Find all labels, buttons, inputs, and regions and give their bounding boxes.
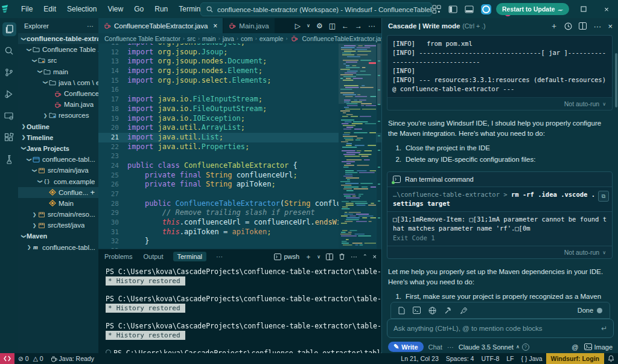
activity-search[interactable]	[0, 40, 18, 62]
terminal-content[interactable]: PS C:\Users\kova\CascadeProjects\conflue…	[98, 264, 381, 358]
mode-more-icon[interactable]: ···	[447, 343, 454, 351]
sidebar-more-icon[interactable]: ···	[87, 22, 94, 30]
run-button[interactable]: ▷	[295, 22, 301, 30]
menu-go[interactable]: Go	[129, 5, 149, 13]
close-cascade-icon[interactable]: ×	[608, 22, 613, 31]
not-auto-run-2[interactable]: Not auto-run∨	[387, 246, 612, 258]
cascade-input[interactable]: Ask anything (Ctrl+L), @ to mention code…	[387, 319, 614, 338]
image-button[interactable]: Image	[584, 343, 613, 351]
indentation[interactable]: Spaces: 4	[442, 355, 478, 362]
tree-item-java-projects[interactable]: ❯Java Projects	[18, 143, 98, 154]
tools-icon[interactable]	[444, 307, 452, 315]
breadcrumb-item[interactable]: main	[202, 35, 216, 42]
panel-more-icon[interactable]: ···	[351, 253, 357, 260]
editor-more-icon[interactable]: ···	[368, 22, 375, 30]
editor-scrollbar[interactable]	[377, 43, 381, 249]
cursor-position[interactable]: Ln 21, Col 23	[397, 355, 442, 362]
breadcrumb-item[interactable]: java	[223, 35, 234, 42]
tab-problems[interactable]: Problems	[103, 252, 133, 261]
submit-enter-icon[interactable]: ↵	[601, 324, 607, 333]
activity-remote-explorer[interactable]	[0, 105, 18, 127]
mention-icon[interactable]: @	[572, 343, 578, 351]
done-toggle[interactable]	[597, 308, 602, 313]
editor-tab-main-java[interactable]: Main.java	[223, 18, 275, 33]
open-in-editor-icon[interactable]	[579, 22, 587, 30]
tree-item-src[interactable]: ❯src	[18, 55, 98, 66]
breadcrumb-item[interactable]: com	[241, 35, 253, 42]
menu-edit[interactable]: Edit	[38, 5, 62, 13]
notifications-bell-icon[interactable]	[604, 355, 618, 362]
new-chat-icon[interactable]: ＋	[550, 21, 558, 31]
activity-testing[interactable]	[0, 148, 18, 170]
tree-item-confluence-table[interactable]: ❯Confluence Table ...	[18, 44, 98, 55]
minimize-button[interactable]: –	[549, 0, 572, 18]
new-class-icon[interactable]: +	[90, 188, 95, 197]
split-terminal-icon[interactable]	[326, 254, 333, 260]
tree-item-confluence-table-extract[interactable]: ❯confluence-table-extract...	[18, 33, 98, 44]
globe-icon[interactable]	[428, 307, 436, 315]
activity-run-debug[interactable]	[0, 83, 18, 105]
cascade-more-icon[interactable]: ···	[593, 22, 601, 31]
new-terminal-icon[interactable]: ＋	[305, 252, 311, 261]
not-auto-run-1[interactable]: Not auto-run∨	[387, 97, 613, 110]
tree-item-src-main-reso[interactable]: ❯src/main/reso...	[18, 209, 98, 220]
history-icon[interactable]	[564, 22, 572, 30]
write-mode-button[interactable]: ✎Write	[388, 342, 424, 352]
code-editor[interactable]: 11import org.json.JSONObject;12import or…	[98, 43, 381, 249]
language-mode[interactable]: { }Java	[517, 355, 546, 362]
tree-item-confluencet[interactable]: ConfluenceT...	[18, 88, 98, 99]
tree-item-maven[interactable]: ❯Maven	[18, 231, 98, 241]
tab-terminal[interactable]: Terminal	[173, 252, 207, 261]
maximize-button[interactable]	[572, 0, 595, 18]
eol-sequence[interactable]: LF	[503, 355, 517, 362]
menu-selection[interactable]: Selection	[62, 5, 102, 13]
close-button[interactable]: ×	[595, 0, 618, 18]
close-tab-icon[interactable]: ×	[213, 22, 217, 30]
toggle-sidebar-icon[interactable]	[448, 5, 457, 13]
tree-item-java-com-ex[interactable]: ❯java \ com \ ex...	[18, 77, 98, 88]
command-center-search[interactable]: confluence-table-extractor (Workspace) -…	[200, 2, 432, 16]
tree-item-main[interactable]: Main	[18, 198, 98, 209]
terminal-icon[interactable]	[413, 307, 421, 314]
tree-item-com-example[interactable]: ❯{}com.example	[18, 176, 98, 187]
breadcrumb[interactable]: Confluence Table Extractor›src›main›java…	[98, 33, 387, 43]
new-file-icon[interactable]	[398, 307, 405, 315]
tree-item-resources[interactable]: ❯resources	[18, 110, 98, 121]
rocket-icon[interactable]	[460, 307, 468, 315]
remote-indicator[interactable]	[0, 353, 14, 364]
minimap[interactable]	[339, 43, 376, 249]
tree-item-outline[interactable]: ❯Outline	[18, 121, 98, 132]
tree-item-main-java[interactable]: Main.java	[18, 99, 98, 110]
menu-file[interactable]: File	[16, 5, 38, 13]
tree-item-main[interactable]: ❯main	[18, 66, 98, 77]
problems-status[interactable]: ⊘0 △0	[14, 355, 47, 362]
tree-item-src-test-java[interactable]: ❯src/test/java	[18, 220, 98, 231]
menu-view[interactable]: View	[102, 5, 129, 13]
tree-item-src-main-java[interactable]: ❯src/main/java	[18, 165, 98, 176]
editor-tab-confluencetableextractor-java[interactable]: ConfluenceTableExtractor.java×	[98, 18, 223, 33]
tree-item-timeline[interactable]: ❯Timeline	[18, 132, 98, 143]
run-dropdown-icon[interactable]: ∨	[307, 23, 310, 28]
menu-run[interactable]: Run	[149, 5, 173, 13]
breadcrumb-item[interactable]: Confluence Table Extractor	[104, 35, 180, 42]
customize-layout-icon[interactable]	[432, 5, 441, 14]
windsurf-login-button[interactable]: Windsurf: Login	[546, 353, 604, 364]
split-editor-icon[interactable]: ◫	[329, 22, 336, 30]
breadcrumb-item[interactable]: example	[260, 35, 284, 42]
panel-tabs-more-icon[interactable]: ···	[215, 252, 224, 261]
breadcrumb-item[interactable]: src	[187, 35, 196, 42]
activity-explorer[interactable]	[0, 18, 18, 40]
kill-terminal-icon[interactable]	[339, 253, 345, 260]
forward-icon[interactable]: →	[355, 22, 362, 30]
back-icon[interactable]: ←	[342, 22, 349, 30]
terminal-dropdown-icon[interactable]: ∨	[317, 254, 320, 260]
shell-selector[interactable]: pwsh	[274, 253, 299, 260]
cascade-scrollbar[interactable]	[615, 36, 617, 320]
tree-item-confluence-tabl[interactable]: ❯mconfluence-tabl...	[18, 242, 98, 253]
breadcrumb-item[interactable]: ConfluenceTableExtractor.java	[302, 35, 387, 42]
activity-source-control[interactable]	[0, 62, 18, 83]
settings-gear-icon[interactable]: ⚙	[316, 22, 323, 30]
copy-command-icon[interactable]: ⧉	[598, 191, 609, 202]
cascade-toggle-icon[interactable]	[481, 4, 491, 14]
encoding[interactable]: UTF-8	[477, 355, 503, 362]
